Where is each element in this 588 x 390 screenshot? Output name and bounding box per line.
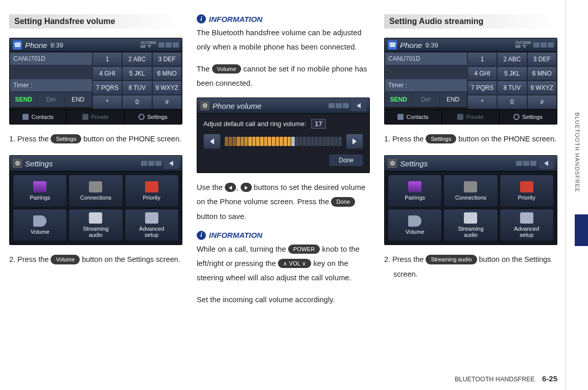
tile-pairings[interactable]: Pairings bbox=[13, 175, 67, 207]
key-5[interactable]: 5 JKL bbox=[497, 66, 527, 81]
tile-priority[interactable]: Priority bbox=[125, 175, 179, 207]
key-8[interactable]: 8 TUV bbox=[497, 81, 527, 95]
key-1[interactable]: 1 bbox=[467, 52, 497, 66]
streaming-audio-pill: Streaming audio bbox=[426, 255, 477, 264]
streaming-icon bbox=[89, 212, 102, 224]
volume-icon bbox=[33, 215, 46, 227]
side-rail: BLUETOOTH HANDSFREE bbox=[566, 0, 588, 390]
key-6[interactable]: 6 MNO bbox=[152, 66, 182, 81]
del-button[interactable]: Del bbox=[412, 92, 439, 107]
end-button[interactable]: END bbox=[65, 92, 92, 107]
column-middle: i INFORMATION The Bluetooth handsfree vo… bbox=[197, 14, 370, 314]
screenshot-settings-1: ⚙ Settings Pairings Connections Priority… bbox=[9, 155, 182, 245]
back-button[interactable] bbox=[163, 158, 179, 169]
tile-priority[interactable]: Priority bbox=[500, 175, 554, 207]
back-button[interactable] bbox=[351, 100, 366, 111]
tile-connections[interactable]: Connections bbox=[68, 175, 123, 207]
send-button[interactable]: SEND bbox=[385, 92, 412, 107]
contacts-button[interactable]: Contacts bbox=[385, 110, 442, 124]
tile-streaming-audio[interactable]: Streaming audio bbox=[68, 209, 123, 241]
timer-row: Timer : bbox=[385, 79, 467, 92]
tile-advanced-setup[interactable]: Advanced setup bbox=[500, 209, 554, 241]
volume-label: Adjust default call and ring volume: 17 bbox=[203, 119, 363, 129]
col2-p5: Set the incoming call volume accordingly… bbox=[197, 292, 370, 307]
key-0[interactable]: 0 bbox=[497, 95, 527, 109]
footer-label: BLUETOOTH HANDSFREE bbox=[455, 376, 535, 383]
back-button[interactable] bbox=[538, 158, 554, 169]
settings-button[interactable]: Settings bbox=[125, 110, 182, 124]
col2-p1: The Bluetooth handsfree volume can be ad… bbox=[197, 26, 370, 55]
right-arrow-pill bbox=[241, 183, 252, 192]
key-2[interactable]: 2 ABC bbox=[497, 52, 527, 66]
tile-volume[interactable]: Volume bbox=[388, 209, 442, 241]
screenshot-phone-1: ☎ Phone 9:39 OUTSIDE 68 °F CANU701D Time… bbox=[9, 38, 182, 125]
volume-icon bbox=[408, 215, 421, 227]
key-4[interactable]: 4 GHI bbox=[467, 66, 497, 81]
tile-connections[interactable]: Connections bbox=[443, 175, 498, 207]
triangle-right-icon bbox=[352, 138, 357, 144]
settings-gear-icon: ⚙ bbox=[388, 159, 397, 168]
connections-icon bbox=[89, 181, 102, 192]
key-hash[interactable]: # bbox=[527, 95, 557, 109]
contacts-button[interactable]: Contacts bbox=[10, 110, 67, 124]
connections-icon bbox=[464, 181, 477, 192]
screenshot-settings-2: ⚙ Settings Pairings Connections Priority… bbox=[384, 155, 557, 245]
volume-increase-button[interactable] bbox=[346, 134, 363, 149]
device-title-volume: Phone volume bbox=[213, 102, 262, 110]
volume-bar[interactable] bbox=[225, 137, 342, 146]
col2-p4: While on a call, turning the POWER knob … bbox=[197, 242, 370, 285]
tile-streaming-audio[interactable]: Streaming audio bbox=[443, 209, 498, 241]
volume-decrease-button[interactable] bbox=[203, 134, 221, 149]
outside-temp: 68 °F bbox=[140, 44, 156, 49]
settings-pill: Settings bbox=[51, 134, 81, 143]
del-button[interactable]: Del bbox=[37, 92, 64, 107]
phone-icon: ☎ bbox=[388, 40, 397, 50]
key-3[interactable]: 3 DEF bbox=[152, 52, 182, 66]
device-title: Phone bbox=[25, 41, 47, 50]
end-button[interactable]: END bbox=[440, 92, 467, 107]
key-hash[interactable]: # bbox=[152, 95, 182, 109]
phone-icon: ☎ bbox=[13, 40, 22, 50]
send-button[interactable]: SEND bbox=[10, 92, 37, 107]
volume-pill: Volume bbox=[51, 255, 80, 264]
tile-volume[interactable]: Volume bbox=[13, 209, 67, 241]
key-star[interactable]: * bbox=[92, 95, 122, 109]
key-6[interactable]: 6 MNO bbox=[527, 66, 557, 81]
key-5[interactable]: 5 JKL bbox=[122, 66, 152, 81]
key-1[interactable]: 1 bbox=[92, 52, 122, 66]
col3-step2: 2. Press the Streaming audio button on t… bbox=[384, 252, 557, 281]
contacts-icon bbox=[22, 114, 29, 120]
priority-icon bbox=[520, 181, 533, 192]
tile-advanced-setup[interactable]: Advanced setup bbox=[125, 209, 179, 241]
key-4[interactable]: 4 GHI bbox=[92, 66, 122, 81]
key-2[interactable]: 2 ABC bbox=[122, 52, 152, 66]
key-3[interactable]: 3 DEF bbox=[527, 52, 557, 66]
key-star[interactable]: * bbox=[467, 95, 497, 109]
key-7[interactable]: 7 PQRS bbox=[92, 81, 122, 95]
advanced-icon bbox=[520, 212, 533, 224]
volume-pill: Volume bbox=[212, 64, 242, 74]
tile-pairings[interactable]: Pairings bbox=[388, 175, 442, 207]
page-footer: BLUETOOTH HANDSFREE 6-25 bbox=[455, 374, 557, 383]
device-time: 9:39 bbox=[425, 41, 438, 49]
side-tab-marker bbox=[575, 214, 588, 246]
key-8[interactable]: 8 TUV bbox=[122, 81, 152, 95]
info-icon: i bbox=[197, 231, 206, 240]
empty-row bbox=[10, 65, 92, 79]
info-icon: i bbox=[197, 14, 206, 23]
done-button[interactable]: Done bbox=[329, 154, 363, 166]
settings-button[interactable]: Settings bbox=[500, 110, 557, 124]
key-9[interactable]: 9 WXYZ bbox=[527, 81, 557, 95]
screenshot-phone-2: ☎ Phone 9:39 OUTSIDE 68 °F CANU701D Time… bbox=[384, 38, 557, 125]
keypad: 1 2 ABC 3 DEF 4 GHI 5 JKL 6 MNO 7 PQRS 8… bbox=[92, 52, 182, 109]
private-icon bbox=[457, 114, 463, 120]
settings-gear-icon: ⚙ bbox=[13, 159, 22, 168]
col1-step1: 1. Press the Settings button on the PHON… bbox=[9, 132, 182, 146]
status-icons bbox=[141, 161, 161, 166]
done-pill: Done bbox=[331, 197, 355, 206]
key-7[interactable]: 7 PQRS bbox=[467, 81, 497, 95]
key-0[interactable]: 0 bbox=[122, 95, 152, 109]
connected-device-row: CANU701D bbox=[385, 52, 467, 65]
contacts-icon bbox=[397, 114, 404, 120]
key-9[interactable]: 9 WXYZ bbox=[152, 81, 182, 95]
